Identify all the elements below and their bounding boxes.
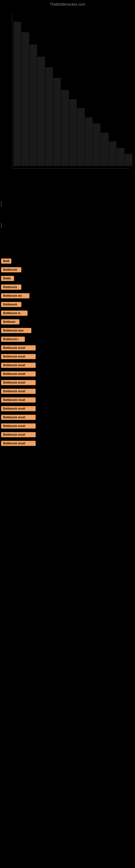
result-badge-18: Bottleneck result [1,406,36,411]
result-row-9: Bottleneck resu [1,328,134,333]
result-badge-3: Bottle [1,276,14,281]
chart-bar-7 [61,90,69,166]
result-badge-15: Bottleneck result [1,380,36,385]
result-row-11: Bottleneck result [1,345,134,350]
result-row-5: Bottleneck res [1,293,134,299]
result-row-13: Bottleneck result [1,362,134,368]
result-badge-5: Bottleneck res [1,293,30,299]
chart-bar-14 [117,148,124,166]
result-row-12: Bottleneck result [1,354,134,359]
result-row-14: Bottleneck result [1,371,134,376]
chart-bar-1 [13,22,21,166]
vertical-bars-container [13,14,132,166]
chart-bar-8 [69,99,77,166]
chart-bar-4 [37,57,45,166]
result-badge-22: Bottleneck result [1,441,36,446]
result-row-16: Bottleneck result [1,389,134,394]
result-row-3: Bottle [1,276,134,281]
result-badge-6: Bottleneck [1,302,21,307]
chart-bar-9 [77,108,85,166]
result-row-17: Bottleneck result [1,397,134,403]
result-row-6: Bottleneck [1,302,134,307]
result-row-15: Bottleneck result [1,380,134,385]
chart-bar-3 [30,44,37,166]
result-row-20: Bottleneck result [1,423,134,429]
chart-bar-12 [101,133,108,166]
result-row-18: Bottleneck result [1,406,134,411]
main-chart-area [0,9,135,177]
result-row-10: Bottleneck r [1,336,134,342]
result-badge-9: Bottleneck resu [1,328,31,333]
chart-bar-13 [109,142,117,166]
results-list: Bottl Bottleneck Bottle Bottleneck Bottl… [0,258,135,446]
result-badge-17: Bottleneck result [1,397,36,403]
chart-bar-6 [53,78,61,166]
result-row-22: Bottleneck result [1,440,134,446]
chart-bar-15 [125,154,132,166]
result-badge-4: Bottleneck [1,284,21,290]
result-badge-19: Bottleneck result [1,415,36,420]
result-badge-10: Bottleneck r [1,337,25,342]
site-title: TheBottlenecker.com [0,0,135,9]
result-row-19: Bottleneck result [1,414,134,420]
chart-bar-11 [93,123,100,166]
result-row-2: Bottleneck [1,267,134,272]
result-badge-16: Bottleneck result [1,389,36,394]
x-axis [12,168,130,169]
result-badge-12: Bottleneck result [1,354,36,359]
result-badge-1: Bottl [1,258,11,264]
result-badge-13: Bottleneck result [1,363,36,368]
cursor-indicator-1 [1,201,2,207]
result-row-1: Bottl [1,258,134,264]
result-badge-7: Bottleneck re [1,311,28,316]
chart-bar-10 [85,118,93,166]
result-row-8: Bottlenec [1,319,134,324]
result-badge-2: Bottleneck [1,267,21,272]
result-row-7: Bottleneck re [1,310,134,316]
y-axis [12,14,12,169]
secondary-chart-area [0,177,135,258]
cursor-indicator-2 [1,223,2,228]
chart-bar-5 [45,67,53,166]
result-badge-14: Bottleneck result [1,371,36,376]
result-row-21: Bottleneck result [1,432,134,437]
result-badge-21: Bottleneck result [1,432,36,437]
result-badge-8: Bottlenec [1,319,19,324]
result-row-4: Bottleneck [1,284,134,290]
chart-bar-2 [21,32,29,166]
result-badge-20: Bottleneck result [1,424,36,429]
result-badge-11: Bottleneck result [1,345,36,350]
